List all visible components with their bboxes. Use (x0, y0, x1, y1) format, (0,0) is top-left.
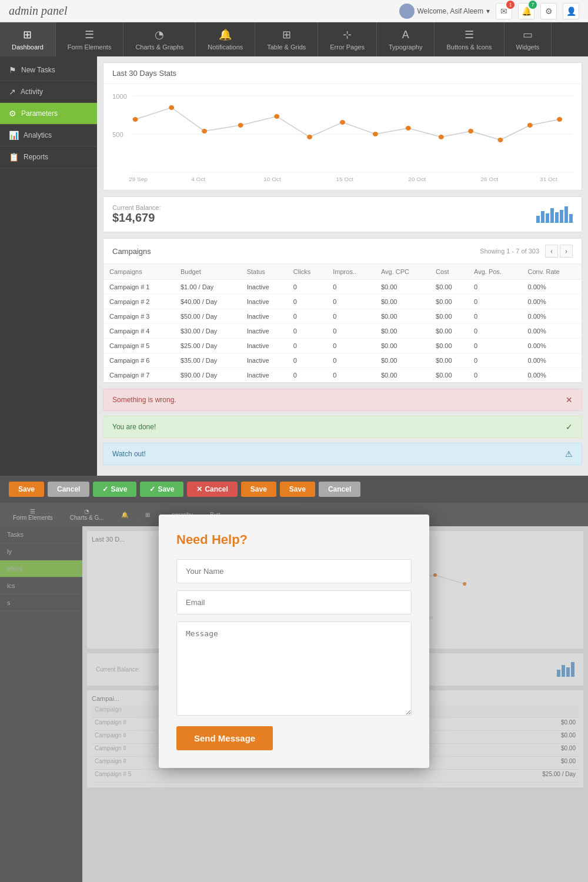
analytics-icon: 📊 (9, 131, 19, 140)
nav-item-charts[interactable]: ◔ Charts & Graphs (123, 22, 196, 56)
table-cell: $0.00 (375, 324, 430, 339)
th-clicks: Clicks (288, 264, 327, 280)
table-cell: $0.00 (375, 353, 430, 368)
cancel-button-2[interactable]: ✕ Cancel (187, 482, 237, 497)
th-cost: Cost (430, 264, 468, 280)
table-row: Campaign # 3$50.00 / DayInactive00$0.00$… (103, 309, 582, 324)
svg-text:500: 500 (112, 132, 123, 138)
table-cell: 0.00% (522, 280, 582, 295)
table-cell: $0.00 (375, 368, 430, 383)
cancel-button-1[interactable]: Cancel (48, 482, 89, 497)
th-avg-pos: Avg. Pos. (468, 264, 522, 280)
alert-warning: Watch out! ⚠ (103, 443, 582, 465)
th-avg-cpc: Avg. CPC (375, 264, 430, 280)
send-message-button[interactable]: Send Message (176, 726, 273, 750)
table-cell: $0.00 (430, 280, 468, 295)
settings-button[interactable]: ⚙ (540, 3, 557, 19)
nav-label-buttons: Buttons & Icons (446, 44, 492, 51)
alert-success-icon: ✓ (566, 422, 573, 432)
top-bar: admin panel Welcome, Asif Aleem ▾ ✉ 1 🔔 … (0, 0, 588, 22)
svg-point-15 (468, 129, 473, 133)
email-button[interactable]: ✉ 1 (496, 3, 512, 19)
table-cell: Campaign # 3 (103, 309, 175, 324)
table-cell: $0.00 (430, 339, 468, 353)
sidebar-item-parameters[interactable]: ⚙ Parameters (0, 103, 97, 125)
sidebar-item-analytics[interactable]: 📊 Analytics (0, 125, 97, 146)
dashboard-icon: ⊞ (23, 28, 32, 41)
alert-warning-text: Watch out! (112, 450, 146, 458)
svg-point-16 (497, 138, 503, 142)
table-cell: 0 (288, 280, 327, 295)
balance-info: Current Balance: $14,679 (112, 204, 161, 225)
save-button-2[interactable]: ✓ Save (93, 482, 136, 497)
typography-icon: A (402, 29, 409, 41)
charts-icon: ◔ (155, 28, 164, 41)
table-cell: 0 (468, 295, 522, 309)
table-cell: 0.00% (522, 339, 582, 353)
svg-point-8 (238, 123, 243, 128)
content-wrapper: ⚑ New Tasks ↗ Activity ⚙ Parameters 📊 An… (0, 56, 588, 476)
message-input[interactable] (176, 622, 412, 716)
table-header-row: Campaigns Budget Status Clicks Impros.. … (103, 264, 582, 280)
sidebar-item-new-tasks[interactable]: ⚑ New Tasks (0, 59, 97, 81)
sidebar-label-activity: Activity (21, 88, 43, 96)
sidebar-label-new-tasks: New Tasks (21, 66, 55, 74)
table-cell: $0.00 (375, 309, 430, 324)
nav-item-error[interactable]: ⊹ Error Pages (318, 22, 377, 56)
table-cell: Campaign # 1 (103, 280, 175, 295)
table-cell: 0 (327, 280, 375, 295)
modal: Need Help? Send Message (159, 514, 429, 768)
alert-danger-close[interactable]: ✕ (566, 395, 573, 405)
sidebar-label-analytics: Analytics (24, 131, 52, 139)
email-input[interactable] (176, 590, 412, 614)
table-cell: 0.00% (522, 353, 582, 368)
cancel-button-3[interactable]: Cancel (319, 482, 360, 497)
th-budget: Budget (175, 264, 241, 280)
table-cell: Inactive (241, 339, 288, 353)
table-cell: 0 (288, 353, 327, 368)
alert-danger: Something is wrong. ✕ (103, 389, 582, 411)
welcome-label: Welcome, Asif Aleem (417, 7, 484, 15)
table-cell: Inactive (241, 295, 288, 309)
save-button-3[interactable]: ✓ Save (140, 482, 183, 497)
nav-item-widgets[interactable]: ▭ Widgets (505, 22, 552, 56)
table-cell: $90.00 / Day (175, 368, 241, 383)
table-cell: Campaign # 7 (103, 368, 175, 383)
table-row: Campaign # 5$25.00 / DayInactive00$0.00$… (103, 339, 582, 353)
nav-item-tables[interactable]: ⊞ Table & Grids (255, 22, 318, 56)
save-button-5[interactable]: Save (280, 482, 315, 497)
next-page-button[interactable]: › (560, 245, 573, 258)
nav-item-typography[interactable]: A Typography (377, 22, 435, 56)
table-row: Campaign # 2$40.00 / DayInactive00$0.00$… (103, 295, 582, 309)
mini-bar-2 (541, 211, 544, 223)
widgets-icon: ▭ (523, 28, 533, 41)
line-chart: 1000 500 (112, 90, 573, 184)
nav-item-buttons[interactable]: ☰ Buttons & Icons (435, 22, 504, 56)
save-button-4[interactable]: Save (241, 482, 276, 497)
notif-badge: 7 (529, 1, 537, 9)
table-cell: 0 (327, 368, 375, 383)
nav-item-dashboard[interactable]: ⊞ Dashboard (0, 22, 56, 56)
sidebar-label-reports: Reports (24, 153, 48, 161)
user-button[interactable]: 👤 (563, 3, 579, 19)
alert-success-text: You are done! (112, 423, 156, 431)
nav-item-form-elements[interactable]: ☰ Form Elements (56, 22, 124, 56)
mini-bar-8 (569, 214, 573, 223)
table-cell: Campaign # 6 (103, 353, 175, 368)
table-cell: Inactive (241, 368, 288, 383)
notification-button[interactable]: 🔔 7 (518, 3, 534, 19)
sidebar-item-activity[interactable]: ↗ Activity (0, 81, 97, 103)
name-input[interactable] (176, 559, 412, 583)
top-bar-right: Welcome, Asif Aleem ▾ ✉ 1 🔔 7 ⚙ 👤 (399, 3, 580, 19)
nav-label-form-elements: Form Elements (68, 44, 112, 51)
table-cell: Inactive (241, 280, 288, 295)
nav-item-notifications[interactable]: 🔔 Notifications (196, 22, 255, 56)
buttons-icon: ☰ (465, 28, 474, 41)
table-cell: Inactive (241, 353, 288, 368)
prev-page-button[interactable]: ‹ (545, 245, 558, 258)
reports-icon: 📋 (9, 152, 19, 162)
table-cell: 0 (288, 295, 327, 309)
campaigns-table: Campaigns Budget Status Clicks Impros.. … (103, 264, 582, 382)
save-button-1[interactable]: Save (9, 482, 44, 497)
sidebar-item-reports[interactable]: 📋 Reports (0, 146, 97, 168)
